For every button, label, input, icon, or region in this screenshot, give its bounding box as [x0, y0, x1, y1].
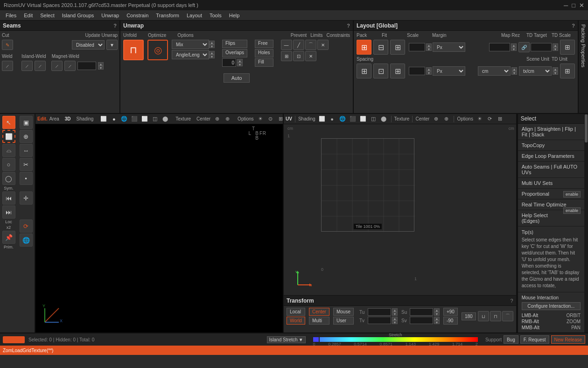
td-unit-down[interactable]: ▼	[553, 71, 558, 75]
select-box-tool[interactable]: ▣	[20, 116, 33, 129]
layout-extra-icon[interactable]: ⊞	[560, 64, 575, 78]
constraint-icon1[interactable]: —	[281, 40, 292, 50]
align-item[interactable]: Align | Straighten | Flip | Fit | Stack	[518, 124, 584, 140]
multi-uv-item[interactable]: Multi UV Sets	[518, 178, 584, 189]
tu-down[interactable]: ▼	[392, 312, 398, 316]
spacing-down[interactable]: ▼	[426, 71, 432, 75]
fit-icon[interactable]: ⊟	[373, 40, 388, 55]
constraint-icon6[interactable]: ⊡	[293, 51, 304, 61]
uv-shading-icon4[interactable]: ⬛	[348, 114, 357, 124]
magnet-weld-icon1[interactable]: ⟋	[51, 61, 63, 71]
al-down[interactable]: ▼	[209, 55, 215, 58]
margin-input[interactable]: 8	[409, 43, 425, 51]
feature-request-btn[interactable]: F. Request	[520, 335, 549, 344]
uv-canvas[interactable]: cm 1 Tile 1001	[284, 124, 516, 295]
free-btn[interactable]: Free	[255, 40, 273, 48]
3d-icon-frame[interactable]: ⬜	[99, 114, 108, 124]
td-target-down[interactable]: ▼	[553, 47, 558, 51]
3d-center-icon2[interactable]: ⊕	[223, 114, 232, 124]
island-weld-icon2[interactable]: ⟋	[35, 61, 46, 71]
tv-down[interactable]: ▼	[392, 320, 398, 324]
pack-icon[interactable]: ⊞	[357, 40, 371, 55]
holes-btn[interactable]: Holes	[255, 49, 273, 57]
margin-down[interactable]: ▼	[426, 47, 432, 51]
auto-seams-item[interactable]: Auto Seams | Full AUTO UVs	[518, 162, 584, 178]
uv-shading-icon5[interactable]: ⬜	[358, 114, 368, 124]
menu-transform[interactable]: Transform	[152, 12, 183, 19]
bug-btn[interactable]: Bug	[504, 335, 518, 344]
su-input[interactable]: 0	[410, 308, 433, 316]
next-island[interactable]: ⏭	[2, 205, 15, 219]
3d-opt-icon1[interactable]: ☀	[256, 114, 265, 124]
topocopy-item[interactable]: TopoCopy	[518, 140, 584, 151]
uv-shading-icon1[interactable]: ⬜	[317, 114, 327, 124]
overlaps-value[interactable]	[222, 58, 236, 67]
magnet-weld-icon2[interactable]: ⟋	[64, 61, 76, 71]
island-stretch-dropdown[interactable]: Island Stretch ▼	[267, 336, 306, 343]
menu-help[interactable]: Help	[225, 12, 244, 19]
seams-help[interactable]: ?	[113, 23, 117, 28]
uv-opt-icon3[interactable]: ⊞	[496, 114, 505, 124]
uv-center-icon1[interactable]: ⊕	[431, 114, 441, 124]
su-down[interactable]: ▼	[434, 312, 440, 316]
user-btn[interactable]: User	[333, 317, 354, 325]
cut-pencil-icon[interactable]: ✎	[2, 40, 13, 50]
magnet-up[interactable]: ▲	[98, 62, 104, 66]
update-unwrap-dropdown[interactable]: Disabled	[72, 40, 105, 50]
3d-canvas[interactable]: T B L F R B X Y	[35, 124, 283, 333]
layout-help[interactable]: ?	[572, 23, 575, 28]
3d-center-icon1[interactable]: ⊕	[212, 114, 222, 124]
uv-opt-icon1[interactable]: ☀	[475, 114, 484, 124]
proportional-item[interactable]: Proportional enable	[518, 189, 584, 199]
maximize-button[interactable]: □	[572, 2, 575, 9]
right-scrollbar-thumb[interactable]	[585, 114, 588, 142]
realtime-enable-btn[interactable]: enable	[563, 207, 581, 214]
sv-down[interactable]: ▼	[434, 320, 440, 324]
unfold-button[interactable]: ⊓	[123, 40, 144, 60]
world-btn[interactable]: World	[287, 317, 305, 325]
uv-shading-icon3[interactable]: 🌐	[338, 114, 347, 124]
update-unwrap-chevron[interactable]: ▼	[106, 40, 118, 50]
menu-constrain[interactable]: Constrain	[123, 12, 152, 19]
margin-unit[interactable]: Px	[433, 42, 465, 52]
menu-layout[interactable]: Layout	[183, 12, 206, 19]
3d-icon-tex[interactable]: ⬛	[130, 114, 139, 124]
constraint-icon5[interactable]: ⊞	[281, 51, 292, 61]
right-scrollbar[interactable]	[584, 114, 588, 333]
menu-edit[interactable]: Edit	[20, 12, 36, 19]
scene-unit-up[interactable]: ▲	[511, 67, 517, 71]
3d-icon-checker[interactable]: ⬜	[140, 114, 149, 124]
plus90-btn[interactable]: +90	[443, 308, 458, 316]
menu-files[interactable]: Files	[2, 12, 20, 19]
vert-tool[interactable]: •	[20, 172, 33, 185]
pin-tool[interactable]: 📌	[2, 231, 15, 244]
magnet-down[interactable]: ▼	[98, 66, 104, 70]
select-tool[interactable]: ↖	[2, 116, 15, 129]
uv-opt-icon2[interactable]: ⟳	[485, 114, 495, 124]
fill-btn[interactable]: Fill	[255, 58, 273, 67]
map-rez-input[interactable]: 2048	[489, 43, 510, 51]
mix-down[interactable]: ▼	[209, 44, 215, 48]
tv-input[interactable]: 0	[368, 317, 391, 324]
expand-tool[interactable]: ⊕	[20, 130, 33, 143]
menu-unwrap[interactable]: Unwrap	[98, 12, 123, 19]
3d-icon-mat[interactable]: 🌐	[119, 114, 129, 124]
td-unit-dropdown[interactable]: tx/cm	[519, 66, 552, 76]
al-up[interactable]: ▲	[209, 51, 215, 55]
auto-button[interactable]: Auto	[224, 73, 250, 83]
td-unit-up[interactable]: ▲	[553, 67, 558, 71]
new-release-btn[interactable]: New Release	[551, 335, 585, 344]
flips-btn[interactable]: Flips	[222, 40, 247, 48]
menu-select[interactable]: Select	[36, 12, 58, 19]
paint-select-tool[interactable]: ○	[2, 158, 15, 171]
multi-btn[interactable]: Multi	[309, 317, 329, 325]
overlaps-btn[interactable]: Overlaps	[222, 49, 247, 57]
menu-island-groups[interactable]: Island Groups	[58, 12, 98, 19]
edge-loop-item[interactable]: Edge Loop Parameters	[518, 151, 584, 162]
td-scale-icon[interactable]: ⊞	[560, 40, 575, 55]
uv-shading-icon7[interactable]: ⬤	[379, 114, 388, 124]
minus90-btn[interactable]: -90	[443, 317, 458, 325]
spacing-input[interactable]: 16	[409, 67, 425, 75]
uv-shading-icon6[interactable]: ◫	[369, 114, 378, 124]
menu-tools[interactable]: Tools	[206, 12, 225, 19]
